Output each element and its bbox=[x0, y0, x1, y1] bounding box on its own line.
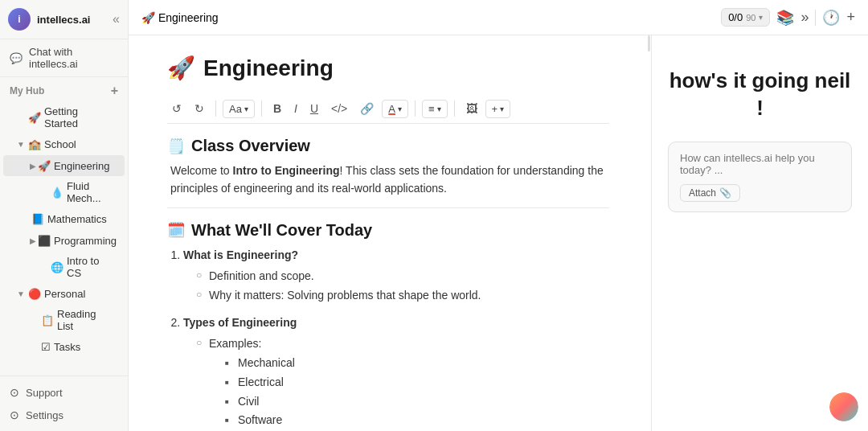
sidebar-item-engineering[interactable]: ⠿ ▶ 🚀 Engineering ··· bbox=[3, 155, 125, 176]
link-button[interactable]: 🔗 bbox=[355, 99, 379, 118]
page-title-icon: 🚀 bbox=[167, 55, 195, 81]
italic-button[interactable]: I bbox=[289, 99, 302, 118]
support-button[interactable]: ⊙ Support bbox=[0, 381, 128, 404]
counter-suffix: 90 bbox=[746, 13, 755, 23]
nav-section: ⠿ 🚀 Getting Started ··· ⠿ ▼ 🏫 School ···… bbox=[0, 101, 128, 376]
underline-button[interactable]: U bbox=[305, 99, 323, 118]
sidebar-item-personal[interactable]: ⠿ ▼ 🔴 Personal ··· bbox=[3, 283, 125, 304]
editor[interactable]: 🚀 Engineering ↺ ↻ Aa ▾ B I U </> 🔗 A ▾ ≡… bbox=[129, 35, 648, 431]
list-item: Definition and scope. bbox=[196, 267, 609, 286]
ai-attach-row: Attach 📎 bbox=[680, 184, 840, 202]
toolbar-separator bbox=[454, 101, 455, 117]
my-hub-add-button[interactable]: + bbox=[111, 84, 118, 98]
section-divider bbox=[167, 207, 609, 208]
color-button[interactable]: A ▾ bbox=[382, 100, 408, 118]
editor-toolbar: ↺ ↻ Aa ▾ B I U </> 🔗 A ▾ ≡ ▾ 🖼 + ▾ bbox=[167, 94, 609, 124]
class-overview-heading: 🗒️ Class Overview bbox=[167, 137, 609, 155]
toolbar-separator bbox=[415, 101, 416, 117]
clock-icon[interactable]: 🕐 bbox=[822, 9, 840, 27]
sub-list: Definition and scope. Why it matters: So… bbox=[183, 267, 609, 306]
sidebar-item-tasks[interactable]: ⠿ ☑ Tasks ··· bbox=[3, 336, 125, 357]
list-item: Mechanical bbox=[225, 354, 609, 373]
topbar: 🚀 Engineering 0/0 90 ▾ 📚 » 🕐 + bbox=[129, 0, 868, 35]
settings-button[interactable]: ⊙ Settings bbox=[0, 404, 128, 426]
page-title-topbar: 🚀 Engineering bbox=[141, 11, 714, 24]
toolbar-separator bbox=[261, 101, 262, 117]
my-hub-section-header: My Hub + bbox=[0, 77, 128, 101]
sidebar-item-programming[interactable]: ⠿ ▶ ⬛ Programming ··· bbox=[3, 230, 125, 251]
chevron-down-icon: ▾ bbox=[759, 13, 763, 22]
numbered-list: What is Engineering? Definition and scop… bbox=[167, 246, 609, 431]
book-icon[interactable]: 📚 bbox=[776, 9, 794, 27]
undo-button[interactable]: ↺ bbox=[167, 99, 186, 118]
what-we-cover-icon: 🗓️ bbox=[167, 221, 185, 239]
sidebar-item-intro-cs[interactable]: ⠿ 🌐 Intro to CS ··· bbox=[3, 252, 125, 282]
what-we-cover-heading: 🗓️ What We'll Cover Today bbox=[167, 221, 609, 240]
support-icon: ⊙ bbox=[10, 386, 19, 399]
sub-list: Examples: Mechanical Electrical Civil So… bbox=[183, 335, 609, 431]
sidebar-header: i intellecs.ai « bbox=[0, 0, 128, 39]
class-overview-icon: 🗒️ bbox=[167, 138, 185, 155]
chat-icon: 💬 bbox=[10, 52, 23, 64]
main-content-area: 🚀 Engineering 0/0 90 ▾ 📚 » 🕐 + 🚀 Enginee… bbox=[129, 0, 868, 431]
sidebar-footer: ⊙ Support ⊙ Settings bbox=[0, 376, 128, 431]
ai-attach-button[interactable]: Attach 📎 bbox=[680, 184, 740, 202]
counter-button[interactable]: 0/0 90 ▾ bbox=[721, 8, 770, 27]
list-button[interactable]: ≡ ▾ bbox=[422, 100, 448, 118]
list-item: Software bbox=[225, 411, 609, 430]
list-item[interactable]: Types of Engineering Examples: Mechanica… bbox=[183, 314, 609, 431]
sidebar-item-reading-list[interactable]: ⠿ 📋 Reading List ··· bbox=[3, 305, 125, 335]
list-item: Electrical bbox=[225, 373, 609, 392]
sidebar: i intellecs.ai « 💬 Chat with intellecs.a… bbox=[0, 0, 129, 431]
ai-greeting-text: how's it going neil ! bbox=[668, 68, 852, 122]
ai-panel: how's it going neil ! Attach 📎 bbox=[651, 35, 868, 431]
font-dropdown[interactable]: Aa ▾ bbox=[223, 100, 255, 118]
sidebar-item-mathematics[interactable]: ⠿ 📘 Mathematics ··· bbox=[3, 208, 125, 229]
sidebar-item-school[interactable]: ⠿ ▼ 🏫 School ··· bbox=[3, 133, 125, 154]
bold-button[interactable]: B bbox=[268, 99, 286, 118]
counter-value: 0/0 bbox=[728, 11, 743, 23]
editor-wrapper: 🚀 Engineering ↺ ↻ Aa ▾ B I U </> 🔗 A ▾ ≡… bbox=[129, 35, 868, 431]
settings-icon: ⊙ bbox=[10, 408, 19, 421]
page-title-row: 🚀 Engineering bbox=[167, 55, 609, 81]
ai-input-area: Attach 📎 bbox=[668, 142, 852, 212]
add-button[interactable]: + bbox=[846, 9, 855, 26]
attach-label: Attach bbox=[689, 187, 716, 199]
image-button[interactable]: 🖼 bbox=[461, 99, 482, 118]
page-title[interactable]: Engineering bbox=[203, 55, 334, 81]
app-brand: intellecs.ai bbox=[37, 14, 106, 26]
more-button[interactable]: + ▾ bbox=[485, 100, 511, 118]
redo-button[interactable]: ↻ bbox=[190, 99, 209, 118]
code-button[interactable]: </> bbox=[326, 99, 352, 118]
user-avatar[interactable] bbox=[829, 392, 858, 421]
chat-with-ai-button[interactable]: 💬 Chat with intellecs.ai bbox=[0, 39, 128, 77]
list-item: Why it matters: Solving problems that sh… bbox=[196, 286, 609, 306]
sidebar-item-fluid-mech[interactable]: ⠿ 💧 Fluid Mech... ··· bbox=[3, 177, 125, 207]
ai-input-field[interactable] bbox=[680, 152, 840, 176]
sidebar-item-getting-started[interactable]: ⠿ 🚀 Getting Started ··· bbox=[3, 102, 125, 133]
sidebar-collapse-button[interactable]: « bbox=[113, 12, 120, 27]
avatar-image bbox=[829, 392, 858, 421]
app-logo: i bbox=[8, 8, 31, 31]
toolbar-separator bbox=[215, 101, 216, 117]
list-item[interactable]: What is Engineering? Definition and scop… bbox=[183, 246, 609, 306]
sub-sub-list: Mechanical Electrical Civil Software Bio… bbox=[209, 354, 609, 431]
paperclip-icon: 📎 bbox=[719, 187, 731, 199]
expand-icon[interactable]: » bbox=[800, 9, 809, 26]
intro-paragraph[interactable]: Welcome to Intro to Engineering! This cl… bbox=[167, 162, 609, 198]
list-item: Civil bbox=[225, 392, 609, 412]
list-item: Examples: Mechanical Electrical Civil So… bbox=[196, 335, 609, 431]
vertical-separator bbox=[815, 10, 816, 26]
